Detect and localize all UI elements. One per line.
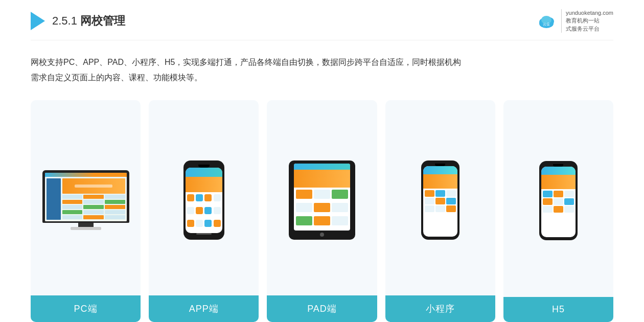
card-app-label: APP端 [189,304,219,314]
card-pad: PAD端 [267,100,377,322]
header: 2.5.1 网校管理 云朵 yunduoketang.com 教育机构一站 式服… [31,0,613,40]
page-title: 2.5.1 网校管理 [52,13,125,29]
card-pc: PC端 [31,100,141,322]
card-app-image [149,100,259,295]
mini-phone-notch-h5 [553,164,563,167]
description: 网校支持PC、APP、PAD、小程序、H5，实现多端打通，产品各终端自由切换，数… [31,40,613,90]
card-pad-footer: PAD端 [267,295,377,322]
mini-phone-mockup-miniprogram [421,160,459,240]
card-app-footer: APP端 [149,295,259,322]
card-miniprogram-label: 小程序 [426,304,455,314]
description-line1: 网校支持PC、APP、PAD、小程序、H5，实现多端打通，产品各终端自由切换，数… [31,55,613,70]
brand-line1: 教育机构一站 [566,17,600,25]
mini-phone-screen-h5 [541,167,576,237]
card-miniprogram: 小程序 [385,100,495,322]
pad-home-button [320,233,324,237]
phone-home-indicator [196,233,212,235]
card-h5-footer: H5 [503,297,613,322]
card-miniprogram-image [385,100,495,295]
title-main: 网校管理 [80,14,125,27]
mini-phone-screen-miniprogram [423,166,457,237]
phone-notch [198,165,210,168]
mini-phone-mockup-h5 [539,161,578,240]
pad-mockup [289,160,355,240]
phone-screen-app [186,168,222,233]
cards-container: PC端 [31,100,613,322]
phone-mockup-app [183,160,224,240]
svg-text:云朵: 云朵 [543,22,550,26]
page-container: 2.5.1 网校管理 云朵 yunduoketang.com 教育机构一站 式服… [0,0,644,322]
card-h5-label: H5 [552,304,565,314]
header-left: 2.5.1 网校管理 [31,12,125,30]
card-h5-image [503,100,613,297]
card-pad-label: PAD端 [307,304,337,314]
logo-triangle-icon [31,12,45,30]
card-pc-image [31,100,141,295]
card-h5: H5 [503,100,613,322]
brand-icon: 云朵 [536,10,557,32]
pad-screen [294,164,350,231]
card-pc-footer: PC端 [31,295,141,322]
mini-phone-notch [435,164,445,166]
pc-mockup [42,170,129,230]
brand-text-block: yunduoketang.com 教育机构一站 式服务云平台 [561,9,613,33]
brand-logo: 云朵 yunduoketang.com 教育机构一站 式服务云平台 [536,9,613,33]
description-line2: 需求自定义页面上的内容、课程、功能模块等。 [31,70,613,85]
card-pc-label: PC端 [74,304,98,314]
title-prefix: 2.5.1 [52,14,80,27]
brand-line2: 式服务云平台 [566,25,600,33]
brand-url: yunduoketang.com [566,9,613,17]
card-miniprogram-footer: 小程序 [385,295,495,322]
card-app: APP端 [149,100,259,322]
card-pad-image [267,100,377,295]
